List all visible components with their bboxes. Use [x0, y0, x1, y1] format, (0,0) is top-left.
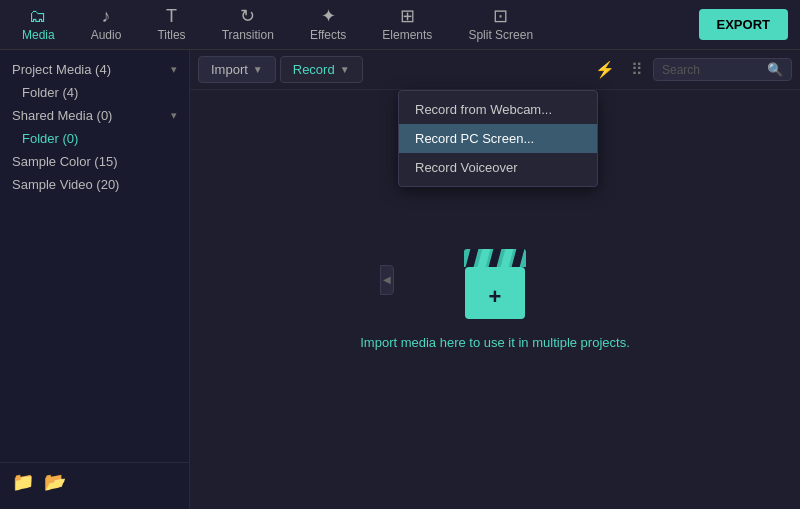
chevron-icon: ▾	[171, 109, 177, 122]
export-button[interactable]: EXPORT	[699, 9, 788, 40]
sidebar-item-sample_video[interactable]: Sample Video (20)	[0, 173, 189, 196]
record-button[interactable]: Record ▼	[280, 56, 363, 83]
elements-icon: ⊞	[400, 7, 415, 25]
toolbar-item-transition[interactable]: ↻ Transition	[204, 3, 292, 46]
sidebar-label-sample_video: Sample Video (20)	[12, 177, 119, 192]
sidebar-item-project_media[interactable]: Project Media (4) ▾	[0, 58, 189, 81]
add-folder-icon[interactable]: 📁	[12, 471, 34, 493]
toolbar-item-elements[interactable]: ⊞ Elements	[364, 3, 450, 46]
sidebar-label-folder_4: Folder (4)	[22, 85, 78, 100]
dropdown-item-webcam[interactable]: Record from Webcam...	[399, 95, 597, 124]
import-label: Import	[211, 62, 248, 77]
sidebar-label-sample_color: Sample Color (15)	[12, 154, 118, 169]
sidebar-item-sample_color[interactable]: Sample Color (15)	[0, 150, 189, 173]
toolbar-label-split_screen: Split Screen	[468, 28, 533, 42]
search-icon: 🔍	[767, 62, 783, 77]
record-label: Record	[293, 62, 335, 77]
sidebar-item-folder_0[interactable]: Folder (0)	[0, 127, 189, 150]
toolbar-label-elements: Elements	[382, 28, 432, 42]
sidebar-label-project_media: Project Media (4)	[12, 62, 111, 77]
toolbar-label-transition: Transition	[222, 28, 274, 42]
search-input[interactable]	[662, 63, 762, 77]
split_screen-icon: ⊡	[493, 7, 508, 25]
import-button[interactable]: Import ▼	[198, 56, 276, 83]
toolbar-label-audio: Audio	[91, 28, 122, 42]
toolbar-item-media[interactable]: 🗂 Media	[4, 3, 73, 46]
import-folder-icon[interactable]: 📂	[44, 471, 66, 493]
import-arrow: ▼	[253, 64, 263, 75]
empty-state-text: Import media here to use it in multiple …	[360, 335, 630, 350]
sidebar: Project Media (4) ▾Folder (4) Shared Med…	[0, 50, 190, 509]
sidebar-label-shared_media: Shared Media (0)	[12, 108, 112, 123]
sidebar-collapse-arrow[interactable]: ◀	[380, 265, 394, 295]
toolbar-item-titles[interactable]: T Titles	[139, 3, 203, 46]
main-toolbar: 🗂 Media♪ AudioT Titles↻ Transition✦ Effe…	[0, 0, 800, 50]
sidebar-footer: 📁 📂	[0, 462, 189, 501]
main-layout: Project Media (4) ▾Folder (4) Shared Med…	[0, 50, 800, 509]
chevron-icon: ▾	[171, 63, 177, 76]
toolbar-item-audio[interactable]: ♪ Audio	[73, 3, 140, 46]
record-arrow: ▼	[340, 64, 350, 75]
toolbar-item-effects[interactable]: ✦ Effects	[292, 3, 364, 46]
filter-icon[interactable]: ⚡	[589, 60, 621, 79]
search-box: 🔍	[653, 58, 792, 81]
content-area: Import ▼ Record ▼ ⚡ ⠿ 🔍 Record from Webc…	[190, 50, 800, 509]
titles-icon: T	[166, 7, 177, 25]
sidebar-label-folder_0: Folder (0)	[22, 131, 78, 146]
audio-icon: ♪	[102, 7, 111, 25]
sidebar-item-folder_4[interactable]: Folder (4)	[0, 81, 189, 104]
toolbar-label-media: Media	[22, 28, 55, 42]
toolbar-item-split_screen[interactable]: ⊡ Split Screen	[450, 3, 551, 46]
media-icon: 🗂	[29, 7, 47, 25]
grid-icon[interactable]: ⠿	[625, 60, 649, 79]
content-toolbar: Import ▼ Record ▼ ⚡ ⠿ 🔍	[190, 50, 800, 90]
toolbar-label-effects: Effects	[310, 28, 346, 42]
effects-icon: ✦	[321, 7, 336, 25]
transition-icon: ↻	[240, 7, 255, 25]
dropdown-item-screen[interactable]: Record PC Screen...	[399, 124, 597, 153]
clapperboard-icon: +	[460, 249, 530, 319]
record-dropdown: Record from Webcam...Record PC Screen...…	[398, 90, 598, 187]
sidebar-item-shared_media[interactable]: Shared Media (0) ▾	[0, 104, 189, 127]
dropdown-item-voiceover[interactable]: Record Voiceover	[399, 153, 597, 182]
toolbar-label-titles: Titles	[157, 28, 185, 42]
